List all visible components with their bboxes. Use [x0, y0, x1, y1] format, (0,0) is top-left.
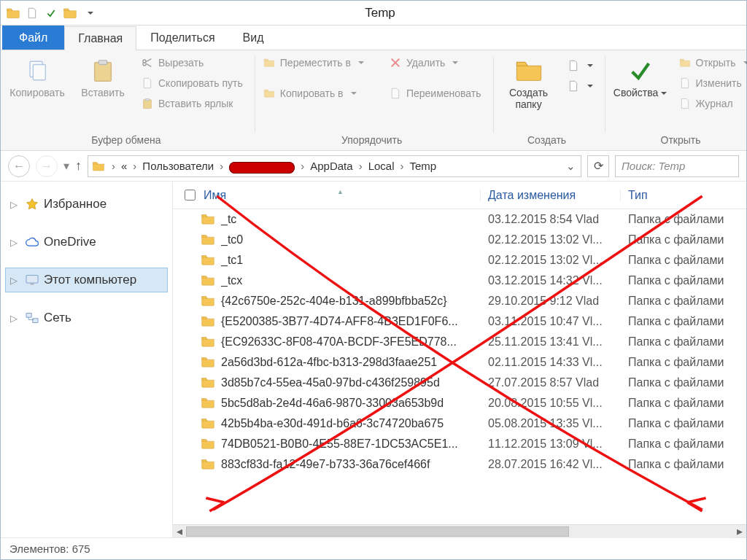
history-button[interactable]: Журнал — [676, 96, 747, 112]
scroll-left-icon[interactable]: ◂ — [173, 525, 186, 538]
navigation-pane: ▷ Избранное ▷ OneDrive ▷ Этот компьютер … — [1, 182, 173, 537]
status-items-label: Элементов: — [9, 542, 69, 555]
chevron-right-icon: ▷ — [10, 199, 20, 210]
file-date: 02.12.2015 13:02 Vl... — [481, 254, 621, 267]
paste-shortcut-icon — [141, 97, 154, 110]
file-type: Папка с файлами — [621, 335, 746, 349]
back-button[interactable]: ← — [8, 155, 30, 177]
column-type[interactable]: Тип — [621, 189, 746, 202]
table-row[interactable]: 883cf83d-fa12-49e7-b733-36a76cef466f28.0… — [173, 454, 746, 475]
tab-file[interactable]: Файл — [2, 26, 64, 50]
file-date: 27.07.2015 8:57 Vlad — [481, 376, 621, 389]
copy-path-button[interactable]: Скопировать путь — [138, 75, 246, 91]
address-bar-dropdown-icon[interactable]: ⌄ — [563, 160, 578, 173]
network-icon — [25, 311, 39, 325]
folder-icon — [201, 213, 215, 226]
folder-icon — [201, 335, 215, 349]
file-date: 11.12.2015 13:09 Vl... — [481, 438, 621, 451]
titlebar: Temp — [1, 1, 746, 26]
qat-new-folder-icon[interactable] — [24, 5, 40, 21]
nav-this-pc[interactable]: ▷ Этот компьютер — [5, 268, 168, 292]
table-row[interactable]: {42c6750e-252c-404e-b131-a899bfbba52c}29… — [173, 291, 746, 311]
paste-shortcut-button[interactable]: Вставить ярлык — [138, 96, 246, 112]
scroll-track[interactable] — [186, 525, 733, 538]
qat-customize-icon[interactable] — [81, 5, 97, 21]
file-date: 05.08.2015 13:35 Vl... — [481, 417, 621, 430]
properties-button[interactable]: Свойства — [610, 55, 671, 98]
qat-properties-icon[interactable] — [43, 5, 59, 21]
column-name[interactable]: ▲Имя — [201, 189, 481, 202]
new-folder-button[interactable]: Создатьпапку — [498, 55, 560, 110]
open-button[interactable]: Открыть — [676, 55, 747, 71]
file-list[interactable]: _tc03.12.2015 8:54 VladПапка с файлами_t… — [173, 209, 746, 524]
breadcrumb-user-redacted — [229, 162, 295, 174]
horizontal-scrollbar[interactable]: ◂ ▸ — [173, 524, 746, 537]
breadcrumb-users[interactable]: Пользователи — [142, 160, 214, 172]
up-button[interactable]: ↑ — [75, 158, 82, 174]
file-type: Папка с файлами — [621, 274, 746, 287]
file-date: 20.08.2015 10:55 Vl... — [481, 397, 621, 410]
file-date: 02.11.2015 14:33 Vl... — [481, 356, 621, 369]
address-bar[interactable]: « Пользователи AppData Local Temp ⌄ — [88, 155, 581, 177]
address-row: ← → ▾ ↑ « Пользователи AppData Local Tem… — [1, 151, 746, 182]
table-row[interactable]: _tc002.12.2015 13:02 Vl...Папка с файлам… — [173, 230, 746, 250]
file-type: Папка с файлами — [621, 458, 746, 471]
copy-to-button[interactable]: Копировать в — [260, 85, 367, 101]
edit-button[interactable]: Изменить — [676, 75, 747, 91]
table-row[interactable]: 2a56d3bd-612a-4fbc-b313-298d3faae25102.1… — [173, 352, 746, 373]
group-label-open: Открыть — [610, 131, 747, 150]
new-item-button[interactable] — [564, 58, 596, 74]
scroll-thumb[interactable] — [186, 526, 569, 537]
scroll-right-icon[interactable]: ▸ — [733, 525, 746, 538]
delete-button[interactable]: Удалить — [386, 55, 484, 71]
easy-access-button[interactable] — [564, 78, 596, 94]
table-row[interactable]: {EC92633C-8F08-470A-BCDF-3FE5ED778...25.… — [173, 332, 746, 352]
folder-icon — [201, 274, 215, 287]
table-row[interactable]: _tcx03.12.2015 14:32 Vl...Папка с файлам… — [173, 271, 746, 291]
paste-button[interactable]: Вставить — [72, 55, 133, 98]
tab-view[interactable]: Вид — [229, 26, 278, 50]
table-row[interactable]: 3d85b7c4-55ea-45a0-97bd-c436f259895d27.0… — [173, 373, 746, 393]
table-row[interactable]: 42b5b4ba-e30d-491d-b6a6-3c74720ba67505.0… — [173, 413, 746, 434]
breadcrumb-ell[interactable]: « — [121, 160, 127, 172]
rename-button[interactable]: Переименовать — [386, 85, 484, 101]
table-row[interactable]: _tc102.12.2015 13:02 Vl...Папка с файлам… — [173, 250, 746, 271]
tab-home[interactable]: Главная — [64, 26, 136, 50]
move-to-button[interactable]: Переместить в — [260, 55, 367, 71]
tab-share[interactable]: Поделиться — [136, 26, 228, 50]
file-type: Папка с файлами — [621, 397, 746, 410]
breadcrumb-appdata[interactable]: AppData — [310, 160, 352, 172]
nav-favorites[interactable]: ▷ Избранное — [5, 192, 168, 217]
qat-folder-icon[interactable] — [62, 5, 78, 21]
column-headers: ▲Имя Дата изменения Тип — [173, 182, 746, 209]
table-row[interactable]: 74DB0521-B0B0-4E55-88E7-1DC53AC5E1...11.… — [173, 434, 746, 454]
breadcrumb-local[interactable]: Local — [368, 160, 395, 172]
select-all-checkbox[interactable] — [179, 187, 201, 203]
breadcrumb-temp[interactable]: Temp — [409, 160, 436, 172]
table-row[interactable]: {E5200385-3B77-4D74-AFF8-4B3ED1F0F6...03… — [173, 311, 746, 332]
copy-button[interactable]: Копировать — [7, 55, 68, 98]
file-name: 5bc5d8ab-2e4d-46a6-9870-33003a653b9d — [221, 397, 481, 410]
file-type: Папка с файлами — [621, 438, 746, 451]
history-icon — [678, 97, 692, 110]
nav-network[interactable]: ▷ Сеть — [5, 306, 168, 330]
file-name: _tcx — [221, 274, 481, 287]
star-icon — [25, 197, 39, 211]
refresh-button[interactable]: ⟳ — [587, 155, 609, 177]
address-bar-folder-icon — [91, 159, 106, 174]
table-row[interactable]: 5bc5d8ab-2e4d-46a6-9870-33003a653b9d20.0… — [173, 393, 746, 413]
column-date[interactable]: Дата изменения — [481, 189, 621, 202]
chevron-right-icon: ▷ — [10, 313, 20, 324]
folder-icon — [201, 295, 215, 308]
cut-button[interactable]: Вырезать — [138, 55, 246, 71]
search-input[interactable]: Поиск: Temp — [615, 155, 739, 177]
file-date: 29.10.2015 9:12 Vlad — [481, 295, 621, 308]
explorer-window: Temp Файл Главная Поделиться Вид Копиров… — [0, 0, 747, 560]
file-name: _tc0 — [221, 233, 481, 246]
folder-icon — [201, 376, 215, 389]
nav-onedrive[interactable]: ▷ OneDrive — [5, 230, 168, 254]
recent-locations-button[interactable]: ▾ — [63, 159, 69, 173]
table-row[interactable]: _tc03.12.2015 8:54 VladПапка с файлами — [173, 209, 746, 230]
forward-button[interactable]: → — [36, 155, 58, 177]
system-menu-icon[interactable] — [5, 5, 21, 21]
